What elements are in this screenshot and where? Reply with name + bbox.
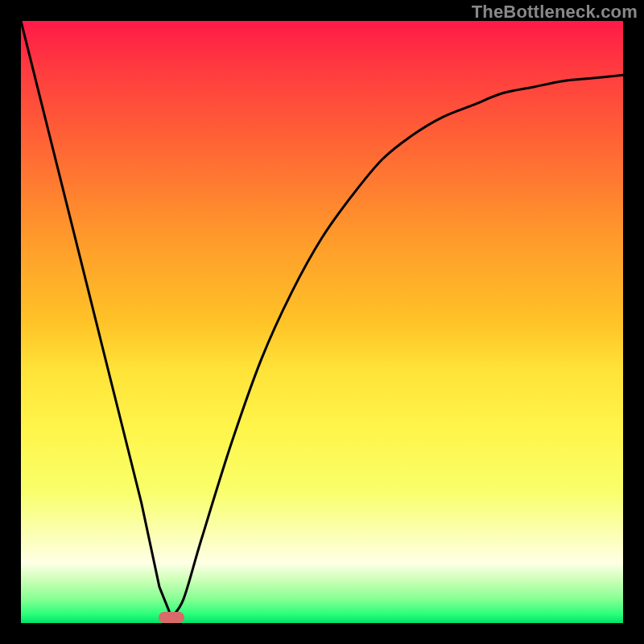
min-marker xyxy=(159,612,184,623)
bottleneck-curve xyxy=(21,21,623,623)
plot-area xyxy=(21,21,623,623)
chart-frame: TheBottleneck.com xyxy=(0,0,644,644)
watermark-text: TheBottleneck.com xyxy=(472,2,638,23)
